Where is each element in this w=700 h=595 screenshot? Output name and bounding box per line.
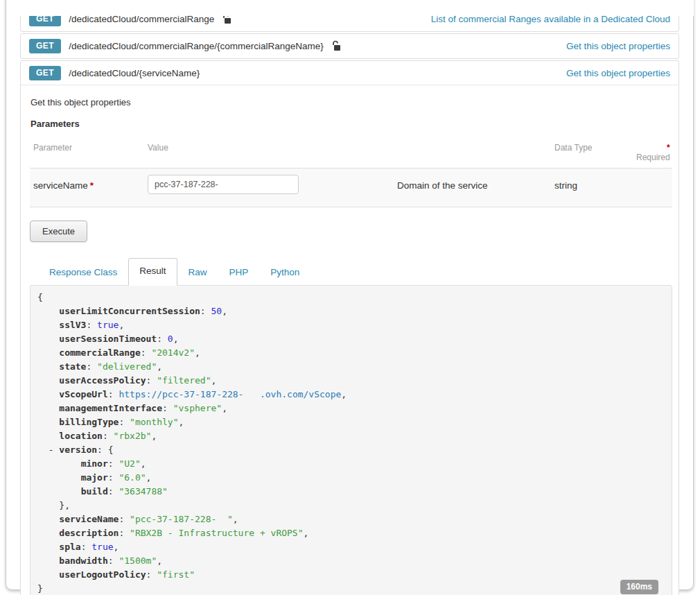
response-tab[interactable]: PHP [218,259,260,286]
endpoint-path: /dedicatedCloud/{serviceName} [69,68,200,78]
endpoint-row-commercial-range-name: GET /dedicatedCloud/commercialRange/{com… [20,33,679,59]
response-tab[interactable]: Python [259,259,310,286]
open-lock-icon [331,40,341,54]
code-line: }, [37,499,665,512]
response-tab[interactable]: Result [128,258,177,286]
required-asterisk: * [90,180,94,191]
api-console-card: GET /dedicatedCloud/commercialRange List… [6,0,694,590]
parameters-table-header: Parameter Value Data Type * Required [30,139,672,169]
servicename-input[interactable] [148,175,299,194]
code-line: billingType: "monthly", [37,415,665,429]
response-tab[interactable]: Raw [177,259,218,286]
code-line: } [37,582,665,595]
code-line: { [37,291,665,304]
code-line: state: "delivered", [37,360,665,374]
code-line: sslV3: true, [37,318,665,332]
col-header-data-type: Data Type [554,143,636,162]
endpoint-path: /dedicatedCloud/commercialRange/{commerc… [69,41,324,51]
response-tabs: Response Class Result Raw PHP Python [30,258,670,286]
response-tab[interactable]: Response Class [38,259,128,286]
code-line: bandwidth: "1500m", [37,554,665,568]
code-line: build: "3634788" [37,485,665,499]
col-header-value: Value [148,143,397,162]
parameters-heading: Parameters [30,119,670,129]
http-method-badge: GET [29,39,61,53]
endpoint-summary-link[interactable]: Get this object properties [566,68,670,78]
code-line: managementInterface: "vsphere", [37,402,665,415]
parameter-value-cell [148,175,397,194]
code-line: vScopeUrl: https://pcc-37-187-228- .ovh.… [37,388,665,402]
code-line: userSessionTimeout: 0, [37,332,665,346]
parameter-name: serviceName* [33,175,148,194]
parameter-description: Domain of the service [397,175,554,194]
response-code-block: 160ms { userLimitConcurrentSession: 50, … [30,285,672,595]
code-line: commercialRange: "2014v2", [37,346,665,360]
code-line: description: "RBX2B - Infrastructure + v… [37,526,665,540]
top-scroll-clip [6,0,694,16]
code-line: major: "6.0", [37,471,665,485]
endpoint-header[interactable]: GET /dedicatedCloud/{serviceName} Get th… [21,61,679,85]
http-method-badge: GET [29,66,61,80]
operation-description: Get this object properties [30,97,670,107]
execute-button[interactable]: Execute [30,221,87,242]
parameter-data-type: string [554,175,636,194]
code-line: spla: true, [37,540,665,554]
col-header-description [397,143,554,162]
code-line: - version: { [37,443,665,457]
col-header-required: * Required [636,143,670,162]
parameter-row-servicename: serviceName* Domain of the service strin… [30,169,672,207]
response-time-badge: 160ms [620,580,658,594]
endpoint-summary-link[interactable]: Get this object properties [566,41,670,51]
parameters-table: Parameter Value Data Type * Required ser… [30,139,672,207]
operation-body: Get this object properties Parameters Pa… [21,97,679,595]
endpoint-row-service-name: GET /dedicatedCloud/{serviceName} Get th… [20,60,679,595]
code-line: userAccessPolicy: "filtered", [37,374,665,388]
col-header-parameter: Parameter [33,143,148,162]
code-line: userLimitConcurrentSession: 50, [37,304,665,318]
endpoint-header[interactable]: GET /dedicatedCloud/commercialRange/{com… [21,34,679,58]
code-line: minor: "U2", [37,457,665,471]
code-line: serviceName: "pcc-37-187-228- ", [37,512,665,526]
code-line: location: "rbx2b", [37,429,665,443]
code-line: userLogoutPolicy: "first" [37,568,665,582]
required-asterisk: * [667,143,670,153]
